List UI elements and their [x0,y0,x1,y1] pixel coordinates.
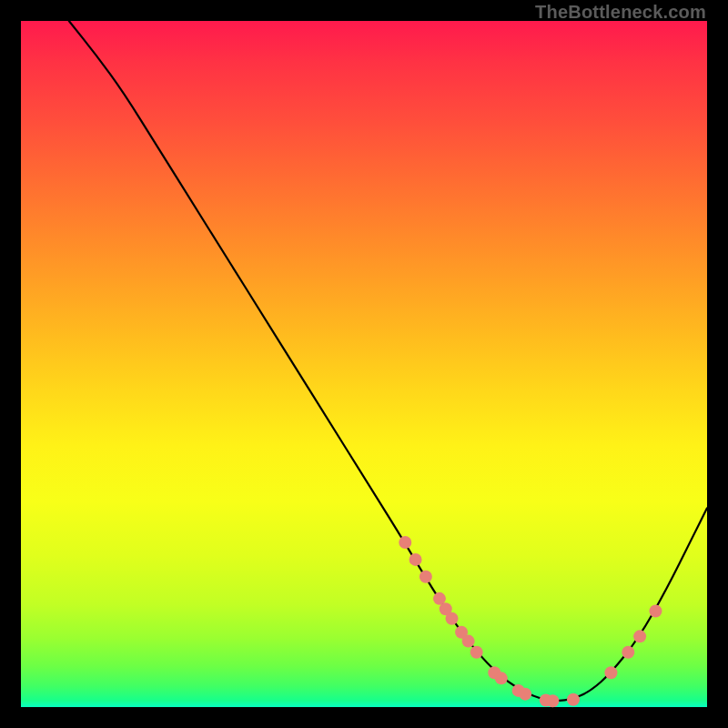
chart-frame: TheBottleneck.com [0,0,728,728]
data-point [546,694,559,707]
data-points-group [399,536,662,707]
bottleneck-curve [69,21,707,701]
data-point [567,693,580,706]
data-point [446,612,459,625]
data-point [604,666,617,679]
data-point [622,646,634,659]
data-point [399,536,411,549]
data-point [495,672,508,684]
data-point [462,635,475,648]
data-point [519,688,531,701]
data-point [410,553,422,566]
data-point [633,630,646,642]
data-point [649,604,662,617]
data-point [420,571,432,583]
data-point [470,646,483,659]
chart-svg [21,21,707,707]
plot-area [21,21,707,707]
watermark-text: TheBottleneck.com [535,2,706,23]
